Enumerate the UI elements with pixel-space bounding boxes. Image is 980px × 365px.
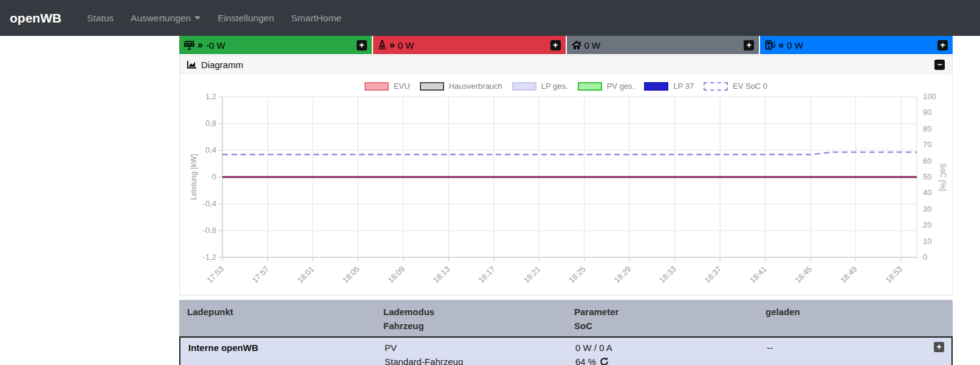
legend-item-hausverbrauch[interactable]: Hausverbrauch	[420, 82, 502, 91]
nav-item-auswertungen-label: Auswertungen	[131, 13, 191, 24]
brand-openwb[interactable]: openWB	[10, 11, 61, 26]
evu-power-value: 0 W	[398, 40, 550, 50]
nav-item-status-label: Status	[87, 13, 114, 24]
legend-swatch	[420, 82, 444, 91]
row-expand-button[interactable]: +	[934, 342, 944, 352]
svg-text:60: 60	[923, 156, 931, 165]
svg-text:18:41: 18:41	[748, 265, 769, 285]
svg-text:17:57: 17:57	[250, 265, 271, 285]
lademodus-value: PV	[385, 341, 567, 355]
legend-item-ev-soc-0[interactable]: EV SoC 0	[704, 82, 767, 91]
chargepoint-plus-button[interactable]: +	[937, 40, 948, 50]
diagram-panel-title: Diagramm	[201, 60, 243, 70]
chargepoint-power-value: 0 W	[787, 40, 937, 50]
legend-swatch	[365, 82, 389, 91]
svg-text:18:01: 18:01	[295, 265, 316, 285]
svg-text:0,4: 0,4	[205, 145, 216, 155]
svg-text:10: 10	[923, 237, 931, 246]
legend-swatch	[704, 82, 728, 91]
legend-label: LP ges.	[541, 82, 568, 91]
flow-arrows-in: «	[778, 40, 783, 50]
statusbar-house[interactable]: 0 W +	[567, 36, 759, 54]
main-content: » -0 W + » 0 W + 0 W + « 0 W +	[179, 36, 953, 365]
nav-item-status[interactable]: Status	[78, 8, 122, 29]
legend-item-lp-37[interactable]: LP 37	[644, 82, 694, 91]
geladen-cell: -- +	[759, 341, 951, 365]
legend-label: PV ges.	[607, 82, 635, 91]
geladen-value: --	[767, 341, 773, 355]
evu-plus-button[interactable]: +	[550, 40, 561, 50]
legend-label: LP 37	[673, 82, 694, 91]
svg-text:18:05: 18:05	[341, 265, 362, 285]
header-geladen: geladen	[758, 305, 953, 333]
svg-text:17:53: 17:53	[205, 265, 226, 285]
legend-swatch	[578, 82, 602, 91]
legend-item-evu[interactable]: EVU	[365, 82, 410, 91]
svg-text:-1,2: -1,2	[203, 252, 216, 262]
svg-text:0,8: 0,8	[205, 119, 216, 128]
flow-arrows-out: »	[197, 40, 202, 50]
navbar: openWB Status Auswertungen Einstellungen…	[0, 0, 980, 36]
svg-text:90: 90	[923, 108, 931, 117]
legend-label: EV SoC 0	[733, 82, 767, 91]
svg-text:20: 20	[923, 220, 931, 229]
fahrzeug-value: Standard-Fahrzeug	[385, 355, 567, 365]
legend-label: EVU	[394, 82, 410, 91]
svg-text:30: 30	[923, 204, 931, 214]
header-parameter-soc: Parameter SoC	[566, 305, 758, 333]
diagram-panel: Diagramm − EVUHausverbrauchLP ges.PV ges…	[179, 55, 953, 296]
chart-area: 1,20,80,40-0,4-0,8-1,2100908070605040302…	[180, 92, 952, 295]
legend-item-pv-ges-[interactable]: PV ges.	[578, 82, 635, 91]
collapse-button[interactable]: −	[934, 60, 945, 70]
header-soc-label: SoC	[574, 319, 758, 333]
svg-text:80: 80	[923, 124, 931, 133]
nav-item-smarthome[interactable]: SmartHome	[283, 8, 350, 29]
solar-panel-icon	[184, 41, 194, 50]
house-icon	[572, 41, 581, 50]
house-power-value: 0 W	[584, 40, 744, 50]
svg-text:1,2: 1,2	[205, 92, 216, 101]
soc-refresh-icon[interactable]	[600, 357, 609, 365]
legend-swatch	[512, 82, 536, 91]
statusbar-pv[interactable]: » -0 W +	[179, 36, 372, 54]
nav-item-smarthome-label: SmartHome	[291, 13, 341, 24]
parameter-soc-cell: 0 W / 0 A 64 %	[567, 341, 759, 365]
svg-text:18:25: 18:25	[567, 265, 588, 285]
table-header-row: Ladepunkt Lademodus Fahrzeug Parameter S…	[179, 300, 953, 336]
svg-text:18:13: 18:13	[431, 265, 452, 285]
flow-arrows-out: »	[389, 40, 394, 50]
soc-value: 64 %	[575, 355, 596, 365]
svg-text:18:17: 18:17	[476, 265, 497, 285]
svg-text:18:37: 18:37	[703, 265, 724, 285]
svg-text:SoC [%]: SoC [%]	[939, 163, 947, 191]
statusbar-evu[interactable]: » 0 W +	[373, 36, 566, 54]
header-lademodus-label: Lademodus	[383, 305, 566, 319]
header-ladepunkt: Ladepunkt	[179, 305, 375, 333]
svg-text:40: 40	[923, 188, 931, 197]
svg-text:18:49: 18:49	[838, 265, 859, 285]
legend-item-lp-ges-[interactable]: LP ges.	[512, 82, 568, 91]
table-row-chargepoint: Interne openWB PV Standard-Fahrzeug 0 W …	[179, 336, 953, 365]
header-fahrzeug-label: Fahrzeug	[383, 319, 566, 333]
house-plus-button[interactable]: +	[744, 40, 754, 50]
nav-items: Status Auswertungen Einstellungen SmartH…	[78, 8, 350, 29]
svg-text:18:33: 18:33	[657, 265, 678, 285]
svg-text:Leistung [kW]: Leistung [kW]	[190, 154, 198, 200]
header-parameter-label: Parameter	[574, 305, 758, 319]
svg-text:50: 50	[923, 172, 931, 181]
statusbar-chargepoint[interactable]: « 0 W +	[760, 36, 953, 54]
chevron-down-icon	[194, 16, 200, 19]
nav-item-auswertungen[interactable]: Auswertungen	[122, 8, 209, 29]
pv-plus-button[interactable]: +	[357, 40, 367, 50]
chargepoint-name: Interne openWB	[180, 341, 377, 365]
svg-text:70: 70	[923, 140, 931, 149]
svg-text:-0,4: -0,4	[203, 199, 216, 208]
header-ladepunkt-label: Ladepunkt	[187, 305, 375, 319]
line-chart[interactable]: 1,20,80,40-0,4-0,8-1,2100908070605040302…	[180, 92, 952, 293]
diagram-panel-header[interactable]: Diagramm −	[180, 56, 952, 74]
nav-item-einstellungen[interactable]: Einstellungen	[209, 8, 283, 29]
legend-swatch	[644, 82, 668, 91]
header-lademodus-fahrzeug: Lademodus Fahrzeug	[375, 305, 566, 333]
svg-text:0: 0	[923, 252, 927, 262]
pv-power-value: -0 W	[206, 40, 357, 50]
